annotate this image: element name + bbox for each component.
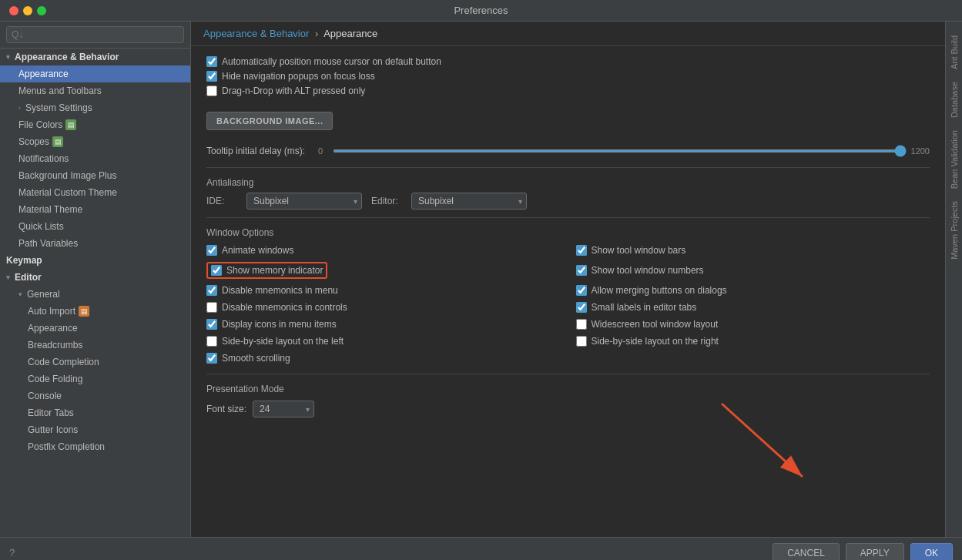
sidebar-item-code-completion[interactable]: Code Completion xyxy=(0,354,190,371)
sidebar-item-appearance-editor[interactable]: Appearance xyxy=(0,320,190,337)
ide-label: IDE: xyxy=(206,196,237,206)
opt-small-labels-cb[interactable] xyxy=(576,302,587,313)
sidebar-item-menus-toolbars[interactable]: Menus and Toolbars xyxy=(0,82,190,99)
sidebar-item-file-colors[interactable]: File Colors ▤ xyxy=(0,116,190,133)
opt-disable-mnemonics-menu: Disable mnemonics in menu xyxy=(206,283,561,298)
sidebar-item-appearance-behavior[interactable]: ▾ Appearance & Behavior xyxy=(0,49,190,65)
search-box xyxy=(0,22,190,49)
editor-dropdown-wrapper: Subpixel Greyscale None ▾ xyxy=(411,193,527,210)
sidebar-item-postfix-completion[interactable]: Postfix Completion xyxy=(0,438,190,455)
font-size-dropdown-wrapper: 24 12 14 16 18 20 22 28 32 ▾ xyxy=(253,401,314,417)
opt-show-tool-numbers: Show tool window numbers xyxy=(576,260,930,281)
main-layout: ▾ Appearance & Behavior Appearance Menus… xyxy=(0,22,962,537)
editor-label: Editor: xyxy=(371,196,402,206)
sidebar-item-keymap[interactable]: Keymap xyxy=(0,252,190,269)
window-controls[interactable] xyxy=(9,6,46,15)
opt-show-tool-bars-cb[interactable] xyxy=(576,245,587,256)
breadcrumb: Appearance & Behavior › Appearance xyxy=(191,22,945,46)
checkbox-auto-position: Automatically position mouse cursor on d… xyxy=(206,56,930,67)
chevron-down-icon: ▾ xyxy=(6,53,10,61)
right-panel-tabs: Ant Build Database Bean Validation Maven… xyxy=(945,22,962,537)
sidebar-item-notifications[interactable]: Notifications xyxy=(0,150,190,167)
highlight-box: Show memory indicator xyxy=(206,262,327,279)
sidebar-item-gutter-icons[interactable]: Gutter Icons xyxy=(0,421,190,438)
divider-3 xyxy=(206,374,930,374)
sidebar-item-appearance[interactable]: Appearance xyxy=(0,65,190,82)
divider-1 xyxy=(206,167,930,168)
checkbox-auto-position-input[interactable] xyxy=(206,56,217,67)
breadcrumb-current: Appearance xyxy=(323,28,377,39)
checkbox-hide-nav: Hide navigation popups on focus loss xyxy=(206,71,930,82)
tab-bean-validation[interactable]: Bean Validation xyxy=(947,124,961,195)
opt-side-right-cb[interactable] xyxy=(576,336,587,347)
sidebar-item-path-variables[interactable]: Path Variables xyxy=(0,235,190,252)
bg-image-button-container: BACKGROUND IMAGE... xyxy=(206,104,930,138)
ok-button[interactable]: OK xyxy=(910,543,953,561)
sidebar-item-material-theme[interactable]: Material Theme xyxy=(0,201,190,218)
tooltip-min: 0 xyxy=(313,146,328,156)
opt-side-left-cb[interactable] xyxy=(206,336,217,347)
window-title: Preferences xyxy=(454,5,508,16)
antialiasing-label: Antialiasing xyxy=(206,177,930,188)
sidebar-item-material-custom-theme[interactable]: Material Custom Theme xyxy=(0,184,190,201)
opt-show-memory-cb[interactable] xyxy=(211,265,222,276)
sidebar-item-auto-import[interactable]: Auto Import ▤ xyxy=(0,303,190,320)
opt-show-memory: Show memory indicator xyxy=(206,260,561,281)
sidebar-item-editor-tabs[interactable]: Editor Tabs xyxy=(0,404,190,421)
sidebar-item-code-folding[interactable]: Code Folding xyxy=(0,371,190,387)
breadcrumb-separator: › xyxy=(315,28,318,39)
sidebar: ▾ Appearance & Behavior Appearance Menus… xyxy=(0,22,191,537)
sidebar-item-system-settings[interactable]: › System Settings xyxy=(0,99,190,116)
breadcrumb-parent[interactable]: Appearance & Behavior xyxy=(203,28,309,39)
opt-disable-mnemonics-menu-cb[interactable] xyxy=(206,285,217,296)
scopes-icon: ▤ xyxy=(52,136,63,147)
font-size-dropdown[interactable]: 24 12 14 16 18 20 22 28 32 xyxy=(253,401,314,417)
sidebar-item-general[interactable]: ▾ General xyxy=(0,286,190,303)
tooltip-slider[interactable] xyxy=(333,149,906,153)
search-input[interactable] xyxy=(6,26,184,43)
content-inner: Automatically position mouse cursor on d… xyxy=(191,46,945,439)
chevron-down-icon-editor: ▾ xyxy=(6,273,10,281)
opt-side-left: Side-by-side layout on the left xyxy=(206,334,561,349)
opt-disable-mnemonics-controls-cb[interactable] xyxy=(206,302,217,313)
sidebar-item-editor[interactable]: ▾ Editor xyxy=(0,269,190,286)
opt-animate-windows-cb[interactable] xyxy=(206,245,217,256)
apply-button[interactable]: APPLY xyxy=(846,543,904,561)
sidebar-item-background-image-plus[interactable]: Background Image Plus xyxy=(0,167,190,184)
opt-display-icons-cb[interactable] xyxy=(206,319,217,330)
tab-database[interactable]: Database xyxy=(947,75,961,124)
antialiasing-row: IDE: Subpixel Greyscale None ▾ Editor: S… xyxy=(206,193,930,210)
maximize-button[interactable] xyxy=(37,6,46,15)
cancel-button[interactable]: CANCEL xyxy=(773,543,840,561)
checkbox-drag-drop-input[interactable] xyxy=(206,86,217,96)
help-icon[interactable]: ? xyxy=(9,547,15,558)
background-image-button[interactable]: BACKGROUND IMAGE... xyxy=(206,112,333,130)
opt-allow-merging-cb[interactable] xyxy=(576,285,587,296)
file-colors-icon: ▤ xyxy=(65,119,76,130)
tab-ant-build[interactable]: Ant Build xyxy=(947,29,961,75)
opt-small-labels: Small labels in editor tabs xyxy=(576,300,930,315)
opt-display-icons: Display icons in menu items xyxy=(206,317,561,332)
tooltip-slider-container: 0 1200 xyxy=(313,146,930,156)
editor-dropdown[interactable]: Subpixel Greyscale None xyxy=(411,193,527,210)
sidebar-item-breadcrumbs[interactable]: Breadcrumbs xyxy=(0,337,190,354)
close-button[interactable] xyxy=(9,6,18,15)
tooltip-slider-row: Tooltip initial delay (ms): 0 1200 xyxy=(206,146,930,156)
checkbox-hide-nav-input[interactable] xyxy=(206,71,217,82)
opt-show-tool-numbers-cb[interactable] xyxy=(576,265,587,276)
sidebar-item-scopes[interactable]: Scopes ▤ xyxy=(0,133,190,150)
window-options-grid: Animate windows Show tool window bars Sh… xyxy=(206,243,930,366)
sidebar-item-quick-lists[interactable]: Quick Lists xyxy=(0,218,190,235)
opt-show-tool-bars: Show tool window bars xyxy=(576,243,930,258)
opt-smooth-scrolling-cb[interactable] xyxy=(206,353,217,364)
chevron-right-icon: › xyxy=(18,104,21,112)
ide-dropdown[interactable]: Subpixel Greyscale None xyxy=(246,193,362,210)
minimize-button[interactable] xyxy=(23,6,32,15)
opt-widescreen-cb[interactable] xyxy=(576,319,587,330)
checkbox-drag-drop: Drag-n-Drop with ALT pressed only xyxy=(206,86,930,96)
content-area: Appearance & Behavior › Appearance Autom… xyxy=(191,22,945,537)
tab-maven-projects[interactable]: Maven Projects xyxy=(947,195,961,266)
opt-animate-windows: Animate windows xyxy=(206,243,561,258)
sidebar-item-console[interactable]: Console xyxy=(0,387,190,404)
divider-2 xyxy=(206,217,930,218)
